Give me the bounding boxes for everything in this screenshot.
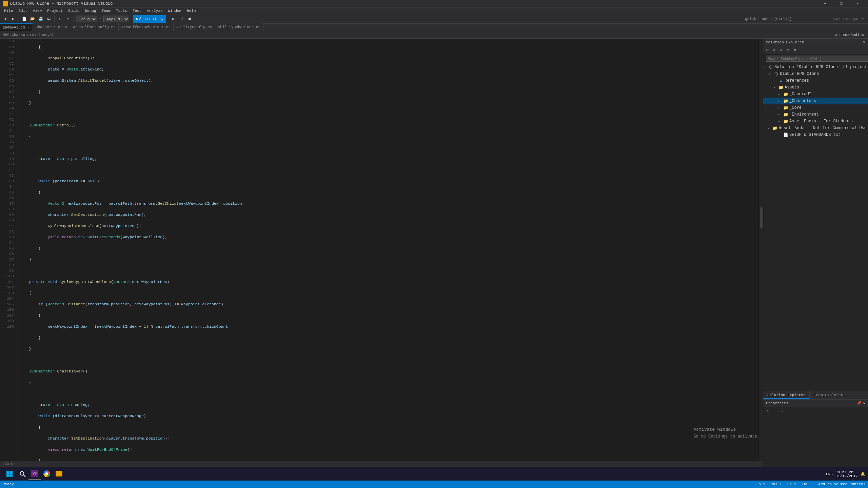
taskbar-file-explorer[interactable] <box>53 468 65 480</box>
toolbar-forward[interactable]: ▶ <box>9 15 17 23</box>
se-close[interactable]: ✕ <box>863 40 865 45</box>
asset-packs-commercial-icon: 📁 <box>772 125 778 131</box>
tree-assets[interactable]: ▾ 📁 Assets <box>763 84 868 91</box>
menu-file[interactable]: File <box>1 7 16 14</box>
tree-references[interactable]: ▸ ⚙ References <box>763 77 868 84</box>
tab-character-close[interactable]: ✕ <box>65 25 67 29</box>
asset-packs-students-label: Asset Packs - For Students <box>789 119 853 124</box>
tab-area-effect-config[interactable]: AreaEffectConfig.cs <box>70 23 118 31</box>
tree-characters[interactable]: ▸ 📁 _Characters <box>763 98 868 104</box>
toolbar-sep-4 <box>131 16 131 22</box>
taskbar-notification[interactable]: 🔔 <box>861 472 865 476</box>
debug-mode-dropdown[interactable]: Debug <box>76 16 97 22</box>
code-lines[interactable]: { StopAllCoroutines(); state = State.att… <box>17 39 759 461</box>
se-toolbar: ⟳ ⚙ ↺ ▽ ⊞ <box>763 46 868 54</box>
tab-area-effect-behaviour-label: AreaEffectBehaviour.cs <box>121 25 171 29</box>
prop-sort-alpha[interactable]: ↕ <box>772 408 778 414</box>
se-tab-solution-explorer[interactable]: Solution Explorer <box>763 391 810 399</box>
menu-test[interactable]: Test <box>130 7 144 14</box>
toolbar-undo[interactable]: ↩ <box>56 15 64 23</box>
prop-sort-category[interactable]: ≡ <box>765 408 771 414</box>
taskbar: VS ENG 08:51 PM 01/12/2017 🔔 <box>0 467 868 481</box>
activate-windows: Activate Windows Go to Settings to activ… <box>694 426 760 440</box>
tree-cameraui[interactable]: ▸ 📁 _CameraUI <box>763 91 868 98</box>
platform-dropdown[interactable]: Any CPU <box>103 16 129 22</box>
close-button[interactable]: ✕ <box>850 0 865 7</box>
tree-asset-packs-students[interactable]: ▸ 📁 Asset Packs - For Students <box>763 118 868 125</box>
menu-team[interactable]: Team <box>99 7 113 14</box>
taskbar-vs[interactable]: VS <box>28 468 41 480</box>
toolbar-redo[interactable]: ↪ <box>64 15 72 23</box>
toolbar-start[interactable]: ▶ <box>170 15 177 23</box>
se-title: Solution Explorer <box>766 40 863 44</box>
file-explorer-icon <box>56 471 62 476</box>
se-refresh-btn[interactable]: ↺ <box>778 47 784 53</box>
search-icon <box>19 470 26 477</box>
toolbar-save-all[interactable]: 🗂 <box>45 15 53 23</box>
taskbar-chrome[interactable] <box>41 468 53 480</box>
menu-debug[interactable]: Debug <box>82 7 99 14</box>
menu-project[interactable]: Project <box>44 7 65 14</box>
solution-icon: ⬡ <box>768 64 773 70</box>
taskbar-start-button[interactable] <box>3 468 16 480</box>
se-expand-btn[interactable]: ⊞ <box>792 47 798 53</box>
editor-scrollbar[interactable] <box>759 39 763 461</box>
prop-close[interactable]: ✕ <box>863 401 865 405</box>
tab-ability-config[interactable]: AbilityConfig.cs <box>174 23 215 31</box>
taskbar-search[interactable] <box>16 468 28 480</box>
toolbar-stop[interactable]: ⏹ <box>186 15 194 23</box>
toolbar: ◀ ▶ 📄 📂 💾 🗂 ↩ ↪ Debug ▾ Any CPU ▶ Attach… <box>0 14 868 24</box>
prop-pin[interactable]: 📌 <box>857 401 862 405</box>
toolbar-pause[interactable]: ⏸ <box>178 15 185 23</box>
tree-asset-packs-commercial[interactable]: ▸ 📁 Asset Packs - Not For Commercial Use <box>763 125 868 131</box>
minimize-button[interactable]: ─ <box>817 0 833 7</box>
prop-show-events[interactable]: ⚡ <box>780 408 786 414</box>
toolbar-save[interactable]: 💾 <box>37 15 44 23</box>
toolbar-new[interactable]: 📄 <box>21 15 28 23</box>
menu-analyze[interactable]: Analyze <box>144 7 165 14</box>
code-content[interactable]: 5859606162 6364656667 6869707172 7374757… <box>0 39 763 461</box>
tab-area-effect-behaviour[interactable]: AreaEffectBehaviour.cs <box>119 23 174 31</box>
status-ln: Ln 1 <box>756 482 765 486</box>
menu-edit[interactable]: Edit <box>16 7 30 14</box>
tree-setup-standards[interactable]: ▸ 📄 SETUP & STANDARDS.txt <box>763 131 868 138</box>
references-label: References <box>785 78 809 83</box>
vs-icon <box>3 1 8 6</box>
breadcrumb-namespace: RPG.Characters <box>3 33 34 37</box>
se-search-input[interactable] <box>766 56 868 62</box>
menu-tools[interactable]: Tools <box>113 7 130 14</box>
svg-rect-3 <box>10 474 13 477</box>
menu-bar: File Edit View Project Build Debug Team … <box>0 7 868 14</box>
tab-character-label: Character.cs <box>36 25 62 29</box>
tree-project[interactable]: ▾ ⬡ Diablo RPG Clone <box>763 70 868 77</box>
tree-environment[interactable]: ▸ 📁 _Environment <box>763 111 868 118</box>
tree-solution[interactable]: ▸ ⬡ Solution 'Diablo RPG Clone' (1 proje… <box>763 64 868 70</box>
tab-enemy-ai-close[interactable]: ✕ <box>28 25 30 29</box>
zoom-level: 133 % <box>3 462 13 466</box>
se-tab-team-explorer[interactable]: Team Explorer <box>810 391 847 399</box>
status-left: Ready <box>3 482 14 486</box>
toolbar-back[interactable]: ◀ <box>1 15 9 23</box>
setup-file-icon: 📄 <box>783 132 788 138</box>
tab-enemy-ai[interactable]: EnemyAI.cs ✕ <box>0 23 33 31</box>
menu-view[interactable]: View <box>30 7 44 14</box>
tab-ability-behaviour[interactable]: AbilityBehaviour.cs <box>215 23 263 31</box>
project-icon: ⬡ <box>773 71 779 77</box>
attach-to-unity-button[interactable]: ▶ Attach to Unity <box>133 15 166 23</box>
tree-core[interactable]: ▸ 📁 _Core <box>763 104 868 111</box>
setup-standards-label: SETUP & STANDARDS.txt <box>789 133 841 137</box>
se-sync-btn[interactable]: ⟳ <box>765 47 771 53</box>
maximize-button[interactable]: □ <box>833 0 849 7</box>
tab-character[interactable]: Character.cs ✕ <box>33 23 70 31</box>
prop-header: Properties 📌 ✕ <box>763 400 868 407</box>
properties-panel: Properties 📌 ✕ ≡ ↕ ⚡ <box>763 399 868 467</box>
menu-help[interactable]: Help <box>184 7 198 14</box>
se-filter-btn[interactable]: ▽ <box>785 47 791 53</box>
characters-label: _Characters <box>789 99 816 103</box>
menu-window[interactable]: Window <box>165 7 184 14</box>
menu-build[interactable]: Build <box>65 7 82 14</box>
vs-taskbar-icon: VS <box>31 470 38 477</box>
toolbar-open[interactable]: 📂 <box>29 15 36 23</box>
se-props-btn[interactable]: ⚙ <box>771 47 777 53</box>
status-add-source-control[interactable]: ↑ Add to Source Control <box>814 482 865 486</box>
